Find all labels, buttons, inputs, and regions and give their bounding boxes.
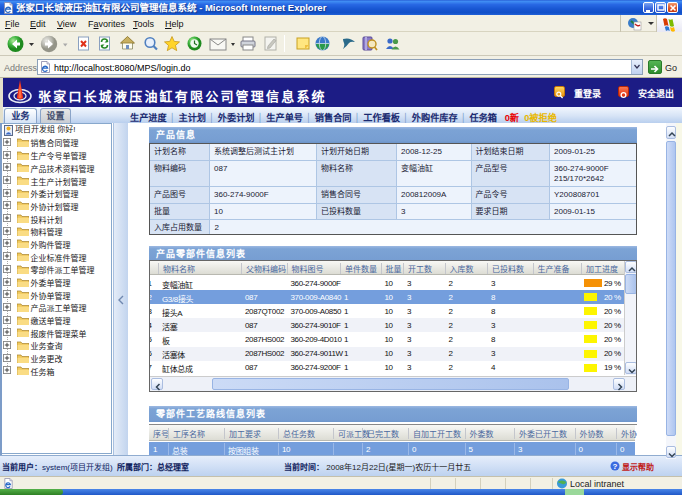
svg-text:?: ? [613,462,618,471]
